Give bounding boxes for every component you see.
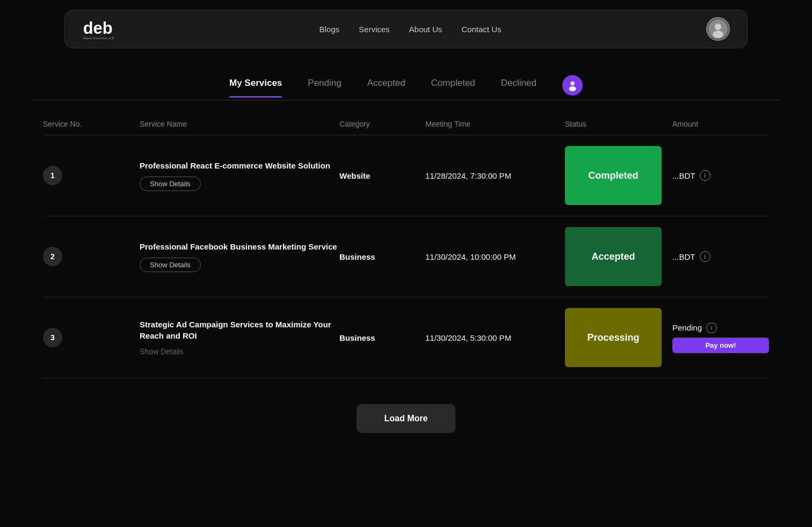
meeting-time-3: 11/30/2024, 5:30:00 PM [425, 333, 565, 342]
tab-declined[interactable]: Declined [501, 78, 536, 97]
status-cell-2: Accepted [565, 227, 672, 286]
header-category: Category [339, 120, 425, 128]
nav-link-about[interactable]: About Us [409, 25, 443, 34]
show-details-btn-1[interactable]: Show Details [140, 177, 201, 191]
header-meeting-time: Meeting Time [425, 120, 565, 128]
svg-point-5 [570, 82, 574, 85]
row-number-2: 2 [43, 247, 140, 266]
tabs-section: My Services Pending Accepted Completed D… [32, 58, 780, 100]
nav-link-services[interactable]: Services [359, 25, 390, 34]
nav-link-contact[interactable]: Contact Us [461, 25, 501, 34]
status-cell-3: Processing [565, 308, 672, 367]
svg-point-4 [713, 31, 723, 38]
nav-link-blogs[interactable]: Blogs [320, 25, 340, 34]
navbar: deb Digital Executive of Business Blogs … [64, 10, 748, 48]
logo-area: deb Digital Executive of Business [82, 16, 114, 42]
status-box-1: Completed [565, 146, 662, 205]
meeting-time-2: 11/30/2024, 10:00:00 PM [425, 252, 565, 261]
table-row: 3 Strategic Ad Campaign Services to Maxi… [43, 297, 769, 378]
header-status: Status [565, 120, 672, 128]
header-amount: Amount [672, 120, 769, 128]
show-details-btn-2[interactable]: Show Details [140, 258, 201, 272]
table-row: 2 Professional Facebook Business Marketi… [43, 216, 769, 297]
amount-info-icon-1[interactable]: i [700, 170, 711, 181]
avatar-icon [708, 19, 728, 39]
svg-point-6 [569, 86, 576, 91]
nav-links: Blogs Services About Us Contact Us [320, 25, 502, 34]
row-number-1: 1 [43, 166, 140, 185]
amount-info-icon-3[interactable]: i [706, 323, 717, 333]
table-row: 1 Professional React E-commerce Website … [43, 135, 769, 216]
category-2: Business [339, 252, 425, 261]
svg-text:deb: deb [83, 19, 113, 38]
svg-text:Digital Executive of Business: Digital Executive of Business [83, 36, 114, 40]
user-avatar[interactable] [706, 17, 730, 41]
load-more-button[interactable]: Load More [357, 404, 456, 433]
category-1: Website [339, 171, 425, 180]
show-details-text-3: Show Details [140, 347, 184, 356]
services-table: Service No. Service Name Category Meetin… [43, 120, 769, 378]
load-more-section: Load More [0, 404, 812, 433]
row-service-3: Strategic Ad Campaign Services to Maximi… [140, 319, 339, 356]
row-number-3: 3 [43, 328, 140, 347]
status-cell-1: Completed [565, 146, 672, 205]
pending-label-3: Pending i [672, 323, 769, 333]
amount-value-2: ...BDT [672, 252, 695, 261]
status-box-2: Accepted [565, 227, 662, 286]
tab-my-services[interactable]: My Services [229, 78, 282, 97]
header-service-no: Service No. [43, 120, 140, 128]
service-name-3: Strategic Ad Campaign Services to Maximi… [140, 319, 339, 341]
row-service-2: Professional Facebook Business Marketing… [140, 241, 339, 272]
meeting-time-1: 11/28/2024, 7:30:00 PM [425, 171, 565, 180]
user-tab-button[interactable] [562, 75, 583, 96]
service-name-2: Professional Facebook Business Marketing… [140, 241, 339, 252]
amount-cell-3: Pending i Pay now! [672, 323, 769, 353]
logo-icon: deb Digital Executive of Business [82, 16, 114, 42]
service-name-1: Professional React E-commerce Website So… [140, 160, 339, 171]
amount-value-1: ...BDT [672, 171, 695, 180]
user-icon [567, 79, 578, 91]
pay-now-button[interactable]: Pay now! [672, 338, 769, 353]
header-service-name: Service Name [140, 120, 339, 128]
category-3: Business [339, 333, 425, 342]
amount-info-icon-2[interactable]: i [700, 251, 711, 262]
row-service-1: Professional React E-commerce Website So… [140, 160, 339, 191]
amount-cell-2: ...BDT i [672, 251, 769, 262]
tab-completed[interactable]: Completed [431, 78, 475, 97]
status-box-3: Processing [565, 308, 662, 367]
amount-cell-1: ...BDT i [672, 170, 769, 181]
table-header: Service No. Service Name Category Meetin… [43, 120, 769, 135]
tab-pending[interactable]: Pending [308, 78, 341, 97]
tab-accepted[interactable]: Accepted [367, 78, 405, 97]
svg-point-3 [715, 24, 721, 30]
